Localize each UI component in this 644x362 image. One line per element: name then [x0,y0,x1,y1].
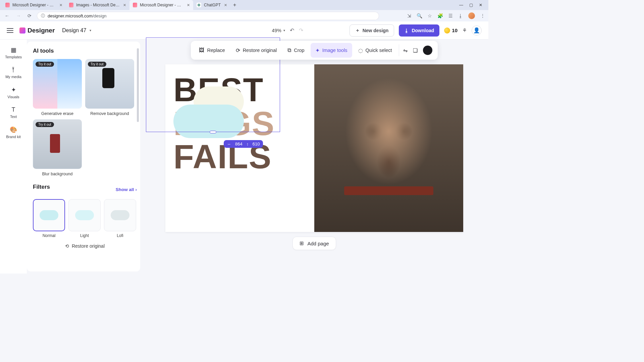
design-name-label: Design 47 [62,27,86,34]
ctx-label: Crop [294,48,304,53]
restore-original-button[interactable]: ⟲ Restore original [33,243,137,249]
credits-counter[interactable]: 10 [444,27,458,34]
download-button[interactable]: ⭳ Download [399,24,439,37]
left-rail: ▦ Templates ⭱ My media ✦ Visuals T Text … [0,40,27,274]
back-icon[interactable]: ← [3,12,11,19]
text-icon: T [12,106,15,113]
coin-icon [444,27,450,34]
browser-tab[interactable]: ChatGPT ✕ [193,0,230,10]
install-icon[interactable]: ⇲ [407,13,411,18]
separator [399,44,399,56]
browser-tab-active[interactable]: Microsoft Designer - Stunning ✕ [129,0,193,10]
artboard-image[interactable] [314,64,463,232]
layers-icon: ❏ [413,47,418,54]
ctx-restore-original[interactable]: ⟳ Restore original [231,43,282,58]
rail-brand-kit[interactable]: 🎨 Brand kit [3,123,24,141]
visuals-icon: ✦ [11,86,16,94]
design-name-dropdown[interactable]: Design 47 ▾ [62,27,91,34]
menu-icon[interactable] [7,28,13,33]
tool-generative-erase[interactable]: Try it out Generative erase [33,59,82,116]
rail-visuals[interactable]: ✦ Visuals [3,83,24,102]
add-page-button[interactable]: ⊞ Add page [292,237,336,250]
rail-text[interactable]: T Text [3,104,24,121]
tab-strip: Microsoft Designer - Stunning ✕ Images -… [0,0,488,10]
close-icon[interactable]: ✕ [123,3,126,7]
cloud-graphic[interactable] [173,105,244,138]
close-icon[interactable]: ✕ [187,3,190,7]
new-design-button[interactable]: ＋ New design [350,24,394,37]
new-design-label: New design [363,28,389,33]
tab-label: Microsoft Designer - Stunning [140,3,183,7]
bookmark-icon[interactable]: ☆ [428,13,432,18]
chevron-down-icon: ▾ [90,28,91,32]
flip-icon: ⇋ [403,47,408,54]
undo-icon[interactable]: ↶ [290,27,294,34]
zoom-icon[interactable]: 🔍 [417,13,422,18]
ctx-flip[interactable]: ⇋ [401,43,410,58]
lasso-icon: ◌ [358,47,363,54]
scrollbar[interactable] [137,48,139,122]
plus-icon: ＋ [355,27,360,34]
close-window-icon[interactable]: ✕ [479,3,482,7]
artboard-left: BEST DOGS FAILS [165,64,314,232]
download-icon[interactable]: ⭳ [458,13,463,18]
new-tab-button[interactable]: + [230,2,239,8]
filter-label: Normal [43,233,56,238]
site-info-icon[interactable]: ⓘ [41,13,45,19]
tab-favicon [197,3,201,7]
url-input[interactable]: ⓘ designer.microsoft.com/design [37,12,379,20]
tab-favicon [133,3,137,7]
extensions-icon[interactable]: 🧩 [437,13,443,18]
dim-width: 864 [235,141,243,146]
menu-icon[interactable]: ⋮ [480,13,485,18]
tab-label: Microsoft Designer - Stunning [12,3,56,7]
brand[interactable]: Designer [19,27,55,34]
dog-collar [344,186,433,195]
ctx-label: Quick select [366,48,392,53]
filter-lofi[interactable]: Lofi [104,199,136,238]
templates-icon: ▦ [11,46,16,54]
rail-my-media[interactable]: ⭱ My media [3,64,24,81]
rail-label: Brand kit [6,135,20,139]
filter-label: Lofi [117,233,123,238]
browser-chrome: Microsoft Designer - Stunning ✕ Images -… [0,0,488,21]
rail-label: My media [5,75,21,79]
tool-remove-background[interactable]: Try it out Remove background [85,59,134,116]
tool-label: Remove background [90,111,129,116]
app-header: Designer Design 47 ▾ 49% ▾ ↶ ↷ ＋ New des… [0,21,488,40]
ctx-crop[interactable]: ⧉ Crop [283,43,309,58]
ctx-color[interactable] [421,43,434,58]
browser-tab[interactable]: Microsoft Designer - Stunning ✕ [2,0,66,10]
reading-list-icon[interactable]: ☰ [448,13,453,18]
show-all-link[interactable]: Show all › [116,187,137,192]
filter-thumb [68,199,101,231]
ctx-label: Replace [207,48,225,53]
browser-tab[interactable]: Images - Microsoft Designer ✕ [66,0,129,10]
ctx-replace[interactable]: 🖼 Replace [194,43,229,58]
tool-blur-background[interactable]: Try it out Blur background [33,119,82,176]
reload-icon[interactable]: ⟳ [26,12,33,19]
ctx-layers[interactable]: ❏ [411,43,420,58]
ctx-image-tools[interactable]: ✦ Image tools [311,43,352,58]
artboard[interactable]: BEST DOGS FAILS ↔ 864 ↕ 610 [165,64,463,232]
tool-label: Generative erase [41,111,73,116]
rail-templates[interactable]: ▦ Templates [3,44,24,62]
filter-normal[interactable]: Normal [33,199,65,238]
url-path: /design [93,13,107,18]
maximize-icon[interactable]: ▢ [469,3,473,7]
profile-avatar-icon[interactable] [468,12,475,19]
rail-label: Templates [5,55,22,59]
close-icon[interactable]: ✕ [224,3,227,7]
minimize-icon[interactable]: — [459,3,463,7]
redo-icon[interactable]: ↷ [299,27,303,34]
ctx-quick-select[interactable]: ◌ Quick select [354,43,397,58]
brand-logo-icon [19,27,25,34]
share-icon[interactable]: ⚘ [462,27,467,34]
account-icon[interactable]: 👤 [472,25,482,36]
ai-tools-heading: AI tools [33,48,137,54]
forward-icon[interactable]: → [15,12,22,19]
filter-light[interactable]: Light [68,199,101,238]
close-icon[interactable]: ✕ [59,3,62,7]
zoom-dropdown[interactable]: 49% ▾ [272,28,285,33]
rail-label: Text [10,115,17,119]
